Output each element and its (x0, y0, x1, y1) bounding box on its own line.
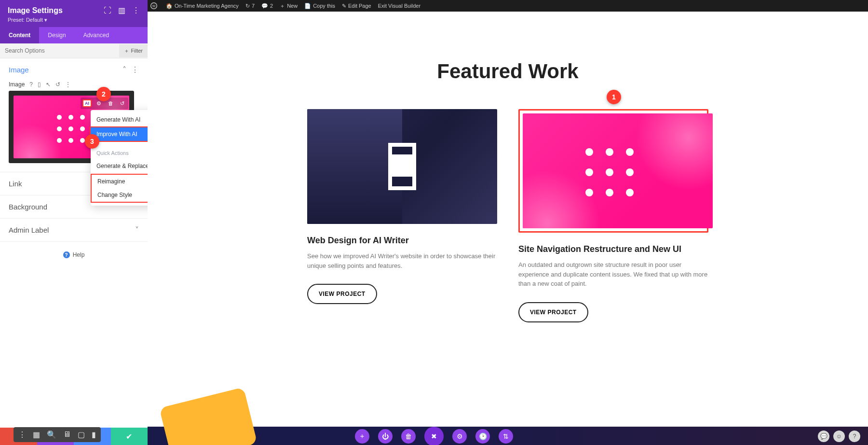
chevron-down-icon: ˅ (135, 225, 139, 235)
tab-content[interactable]: Content (0, 27, 39, 43)
tab-design[interactable]: Design (39, 27, 74, 43)
wp-admin-bar: W 🏠On-Time Marketing Agency ↻7 💬2 ＋New 📄… (148, 0, 868, 12)
search-input[interactable] (0, 43, 119, 58)
wp-logo-icon[interactable]: W (150, 2, 159, 9)
settings-icon[interactable]: ⚙ (452, 429, 467, 444)
expand-icon[interactable]: ⛶ (104, 6, 111, 15)
wp-new[interactable]: ＋New (280, 2, 298, 10)
wp-site-link[interactable]: 🏠On-Time Marketing Agency (166, 3, 239, 9)
card-web-design: Web Design for AI Writer See how we impr… (307, 109, 497, 322)
reset-icon[interactable]: ↺ (55, 81, 60, 88)
section-admin-head[interactable]: Admin Label˅ (0, 219, 148, 241)
wp-edit-page[interactable]: ✎Edit Page (342, 3, 371, 9)
card-title-2: Site Navigation Restructure and New UI (518, 244, 708, 254)
card-desc-1: See how we improved AI Writer's website … (307, 251, 497, 270)
card-desc-2: An outdated and outgrown site structure … (518, 260, 708, 289)
tablet-view-icon[interactable]: ▢ (78, 430, 85, 439)
menu-icon[interactable]: ⋮ (18, 430, 26, 439)
settings-sidebar: Image Settings ⛶ ▥ ⋮ Preset: Default ▾ C… (0, 0, 148, 445)
wp-updates[interactable]: ↻7 (245, 3, 255, 9)
sidebar-title: Image Settings (8, 6, 63, 15)
callout-3: 3 (85, 134, 99, 149)
image-field-label-row: Image ? ▯ ↖ ↺ ⋮ (9, 81, 139, 88)
image-field-label: Image (9, 81, 25, 88)
hover-icon[interactable]: ↖ (46, 81, 51, 88)
chevron-up-icon: ˄ (122, 65, 126, 74)
ai-button[interactable]: AI (82, 99, 92, 107)
wp-copy[interactable]: 📄Copy this (304, 3, 335, 9)
page-headline: Featured Work (148, 60, 868, 83)
card-image-2[interactable] (523, 113, 713, 228)
power-icon[interactable]: ⏻ (378, 429, 393, 444)
tablet-icon[interactable]: ▯ (38, 81, 41, 88)
builder-actions: ＋ ⏻ 🗑 ✖ ⚙ 🕑 ⇅ (355, 427, 513, 445)
chat-icon[interactable]: 💬 (818, 431, 829, 442)
tab-advanced[interactable]: Advanced (75, 27, 118, 43)
wp-comments[interactable]: 💬2 (261, 3, 273, 9)
phone-view-icon[interactable]: ▮ (92, 430, 96, 439)
wireframe-icon[interactable]: ▦ (33, 430, 40, 439)
delete-icon[interactable]: 🗑 (401, 429, 416, 444)
zoom-icon[interactable]: 🔍 (47, 430, 56, 439)
page-canvas: Featured Work Web Design for AI Writer S… (148, 12, 868, 445)
filter-button[interactable]: ＋ Filter (119, 44, 148, 57)
card-image-1[interactable] (307, 109, 497, 224)
help-icon[interactable]: ? (29, 81, 33, 88)
support-icon[interactable]: ☺ (833, 431, 845, 442)
help-chat-icons: 💬 ☺ ? (818, 431, 860, 442)
add-button[interactable]: ＋ (355, 429, 369, 444)
svg-text:W: W (152, 4, 156, 8)
wp-exit-builder[interactable]: Exit Visual Builder (378, 3, 420, 9)
view-project-button-1[interactable]: VIEW PROJECT (307, 284, 377, 304)
desktop-icon[interactable]: 🖥 (63, 430, 71, 439)
history-icon[interactable]: 🕑 (475, 429, 490, 444)
section-image-head[interactable]: Image ˄⋮ (0, 58, 148, 81)
view-project-button-2[interactable]: VIEW PROJECT (518, 302, 588, 322)
callout-2: 2 (96, 87, 111, 101)
swap-icon[interactable]: ⇅ (499, 429, 513, 444)
snap-icon[interactable]: ▥ (118, 6, 125, 15)
callout-1: 1 (607, 90, 621, 104)
search-row: ＋ Filter (0, 43, 148, 58)
field-more-icon[interactable]: ⋮ (65, 81, 71, 88)
view-mode-toolbar: ⋮ ▦ 🔍 🖥 ▢ ▮ (14, 427, 101, 442)
preset-label[interactable]: Preset: Default ▾ (8, 17, 140, 23)
undo-icon[interactable]: ↺ (118, 99, 126, 108)
info-icon[interactable]: ? (849, 431, 860, 442)
close-builder-button[interactable]: ✖ (424, 427, 444, 445)
sidebar-tabs: Content Design Advanced (0, 27, 148, 43)
save-button[interactable]: ✔ (111, 428, 148, 445)
section-more-icon[interactable]: ⋮ (131, 65, 139, 74)
help-link[interactable]: ?Help (0, 242, 148, 268)
more-icon[interactable]: ⋮ (132, 6, 140, 15)
card-title-1: Web Design for AI Writer (307, 236, 497, 246)
sidebar-header: Image Settings ⛶ ▥ ⋮ Preset: Default ▾ (0, 0, 148, 27)
card-site-nav: Site Navigation Restructure and New UI A… (518, 109, 708, 322)
